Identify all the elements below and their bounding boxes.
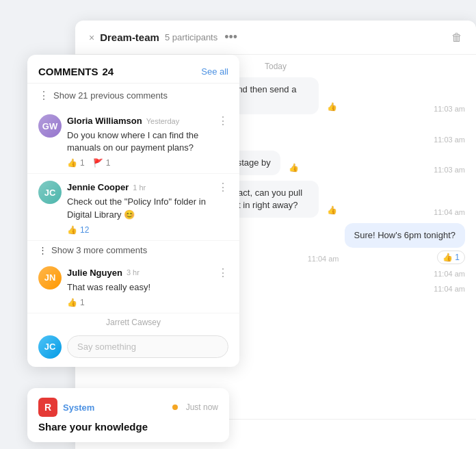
comment-top: JN Julie Nguyen 3 hr ⋮ That was really e… [38,266,228,307]
current-user-avatar: JC [38,335,62,359]
thumbs-up-icon: 👍 [67,225,77,235]
message-bubble-self: Sure! How's 6pm tonight? [345,223,465,248]
like-button[interactable]: 👍 [324,101,340,114]
like-count: 1 [80,298,85,307]
avatar-initials: JN [44,272,56,283]
comment-author-row: Gloria Williamson Yesterday ⋮ [67,114,228,127]
thumbs-icon: 👍 [442,253,453,262]
comment-time: 3 hr [127,268,140,277]
system-notification: R System Just now Share your knowledge [27,388,229,442]
like-count: 12 [80,225,89,235]
comment-text: That was really easy! [67,281,228,294]
chat-more-dots[interactable]: ••• [224,30,237,44]
thumbs-up-icon: 👍 [67,298,77,307]
comment-menu-button[interactable]: ⋮ [217,114,228,127]
avatar: GW [38,114,62,138]
comment-author: Gloria Williamson [67,116,142,126]
see-all-button[interactable]: See all [201,66,228,77]
system-time: Just now [186,402,218,412]
system-app-icon: R [38,398,57,417]
comments-header: COMMENTS 24 See all [27,55,239,84]
comment-time: 1 hr [133,183,146,192]
like-button[interactable]: 👍 [324,204,340,218]
flag-action[interactable]: 🚩 1 [93,158,111,168]
comments-count: 24 [103,66,114,77]
comment-text: Do you know where I can find the manuals… [67,129,228,154]
online-status-dot [172,405,178,410]
comment-item: JC Jennie Cooper 1 hr ⋮ Check out the "P… [27,174,239,240]
comment-item: GW Gloria Williamson Yesterday ⋮ Do you … [27,107,239,174]
like-count-badge[interactable]: 👍 1 [437,251,465,264]
chat-title: Dream-team [100,31,159,43]
thumbs-up-icon: 👍 [67,158,77,168]
comment-input-row: JC [27,330,239,359]
system-label: System [63,402,94,413]
comment-item: JN Julie Nguyen 3 hr ⋮ That was really e… [27,259,239,313]
comment-menu-button[interactable]: ⋮ [217,266,228,279]
message-time: 11:04 am [434,285,465,294]
comment-author: Julie Nguyen [67,268,122,278]
comment-actions: 👍 12 [67,225,228,235]
comment-body: Jennie Cooper 1 hr ⋮ Check out the "Poli… [67,181,228,234]
system-icon-label: R [44,402,51,413]
system-message: Share your knowledge [38,421,218,433]
avatar-initials: JC [44,188,56,198]
message-time: 11:03 am [434,105,465,114]
flag-icon: 🚩 [93,158,103,168]
like-action[interactable]: 👍 1 [67,158,85,168]
like-action[interactable]: 👍 1 [67,298,85,307]
chat-header: × Dream-team 5 participants ••• 🗑 [75,21,476,55]
comment-top: GW Gloria Williamson Yesterday ⋮ Do you … [38,114,228,168]
message-time: 11:04 am [434,270,465,279]
show-more-comments-button[interactable]: ⋮ Show 3 more comments [27,241,239,259]
like-action[interactable]: 👍 12 [67,225,89,235]
flag-count: 1 [106,158,111,168]
comments-panel: COMMENTS 24 See all ⋮ Show 21 previous c… [27,55,239,367]
show-prev-label: Show 21 previous comments [53,90,168,101]
message-time: 11:04 am [434,208,465,218]
jarrett-label: Jarrett Cawsey [27,313,239,330]
comment-body: Gloria Williamson Yesterday ⋮ Do you kno… [67,114,228,168]
comment-text: Check out the "Policy Info" folder in Di… [67,196,228,220]
like-count: 1 [80,158,85,168]
like-button[interactable]: 👍 [286,162,302,175]
show-previous-comments-button[interactable]: ⋮ Show 21 previous comments [27,84,239,107]
avatar-initials: JC [44,342,56,352]
comment-author-row: Julie Nguyen 3 hr ⋮ [67,266,228,279]
avatar-initials: GW [42,121,57,131]
message-time: 11:03 am [434,166,465,175]
avatar: JN [38,266,62,290]
comment-input-field[interactable] [67,335,228,358]
comments-title: COMMENTS [38,66,98,77]
comment-actions: 👍 1 [67,298,228,307]
self-bubble-wrap: Sure! How's 6pm tonight? 👍 1 [345,223,465,264]
comment-actions: 👍 1 🚩 1 [67,158,228,168]
comment-time: Yesterday [146,117,180,125]
message-time: 11:04 am [308,255,339,264]
comment-top: JC Jennie Cooper 1 hr ⋮ Check out the "P… [38,181,228,234]
close-icon[interactable]: × [89,32,94,43]
like-number: 1 [455,253,460,262]
comment-author: Jennie Cooper [67,182,129,192]
comment-menu-button[interactable]: ⋮ [217,181,228,194]
dots-icon: ⋮ [38,245,47,255]
system-notif-top: R System Just now [38,398,218,417]
show-more-label: Show 3 more comments [51,245,147,255]
message-time: 11:03 am [434,136,465,145]
dots-icon: ⋮ [38,89,49,102]
participants-label: 5 participants [165,32,217,42]
trash-icon[interactable]: 🗑 [451,31,462,44]
comment-body: Julie Nguyen 3 hr ⋮ That was really easy… [67,266,228,307]
avatar: JC [38,181,62,204]
comment-author-row: Jennie Cooper 1 hr ⋮ [67,181,228,194]
